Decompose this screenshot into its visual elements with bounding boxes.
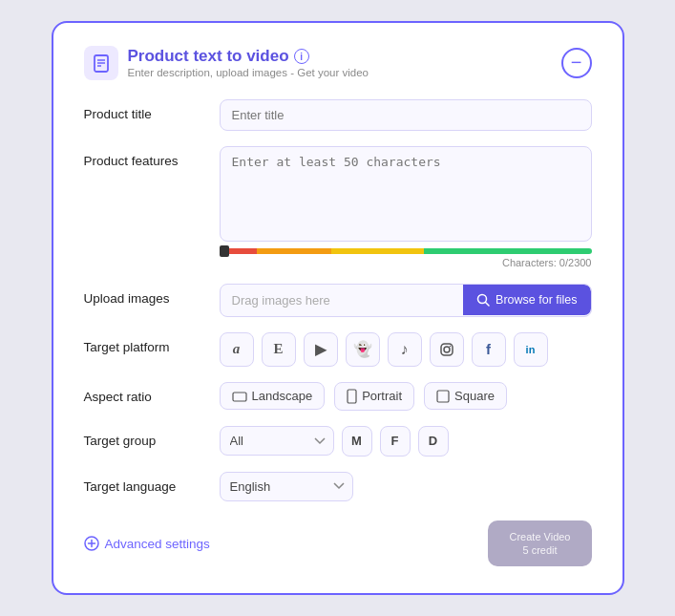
info-icon[interactable]: i	[294, 49, 309, 64]
aspect-landscape-label: Landscape	[252, 389, 313, 403]
product-features-input[interactable]	[220, 146, 592, 242]
product-title-input[interactable]	[220, 99, 592, 131]
svg-point-7	[444, 347, 450, 352]
platform-snapchat[interactable]: 👻	[346, 332, 380, 367]
aspect-portrait-button[interactable]: Portrait	[334, 382, 414, 411]
plus-circle-icon	[84, 536, 99, 551]
svg-point-8	[449, 345, 451, 347]
upload-images-row: Upload images Drag images here Browse fo…	[84, 284, 592, 317]
progress-track	[220, 248, 592, 254]
platform-tiktok[interactable]: ♪	[388, 332, 422, 367]
browse-files-button[interactable]: Browse for files	[463, 285, 590, 315]
target-platform-row: Target platform a E ▶ 👻 ♪ f in	[84, 332, 592, 367]
landscape-icon	[232, 391, 247, 402]
gender-d-button[interactable]: D	[418, 426, 449, 457]
aspect-ratio-options: Landscape Portrait Square	[220, 382, 592, 411]
target-group-label: Target group	[84, 426, 208, 448]
platform-facebook[interactable]: f	[472, 332, 506, 367]
advanced-settings-label: Advanced settings	[105, 537, 210, 551]
create-video-credit: 5 credit	[509, 543, 570, 557]
product-features-row: Product features Characters: 0/2300	[84, 146, 592, 268]
footer-row: Advanced settings Create Video 5 credit	[84, 520, 592, 567]
aspect-square-button[interactable]: Square	[424, 382, 507, 410]
header-title: Product text to video i	[128, 47, 369, 66]
portrait-icon	[347, 389, 357, 404]
header-subtitle: Enter description, upload images - Get y…	[128, 67, 369, 78]
advanced-settings-button[interactable]: Advanced settings	[84, 536, 210, 551]
target-language-row: Target language English Spanish French G…	[84, 472, 592, 501]
target-group-wrap: All 18-24 25-34 35-44 45+ M F D	[220, 426, 592, 457]
svg-rect-10	[348, 390, 356, 403]
progress-thumb	[220, 245, 229, 257]
target-language-wrap: English Spanish French German Chinese	[220, 472, 592, 501]
upload-area[interactable]: Drag images here Browse for files	[220, 284, 592, 317]
aspect-ratio-wrap: Landscape Portrait Square	[220, 382, 592, 411]
product-title-wrap	[220, 99, 592, 131]
platform-linkedin[interactable]: in	[514, 332, 548, 367]
aspect-ratio-label: Aspect ratio	[84, 382, 208, 404]
char-counter-bar: Characters: 0/2300	[220, 248, 592, 268]
header-title-block: Product text to video i Enter descriptio…	[128, 47, 369, 78]
target-language-select[interactable]: English Spanish French German Chinese	[220, 472, 353, 501]
doc-icon	[84, 46, 118, 80]
svg-rect-11	[437, 391, 449, 402]
aspect-portrait-label: Portrait	[362, 389, 402, 403]
svg-line-5	[486, 303, 490, 307]
svg-rect-6	[441, 344, 453, 355]
platform-etsy[interactable]: E	[262, 332, 296, 367]
platform-amazon[interactable]: a	[220, 332, 254, 367]
create-video-button[interactable]: Create Video 5 credit	[488, 520, 591, 567]
search-icon	[476, 293, 490, 307]
browse-label: Browse for files	[496, 293, 577, 307]
aspect-square-label: Square	[454, 389, 495, 403]
create-video-label: Create Video	[509, 530, 570, 543]
target-language-label: Target language	[84, 472, 208, 494]
product-title-row: Product title	[84, 99, 592, 131]
platform-instagram[interactable]	[430, 332, 464, 367]
target-group-controls: All 18-24 25-34 35-44 45+ M F D	[220, 426, 592, 457]
gender-f-button[interactable]: F	[380, 426, 411, 457]
upload-placeholder: Drag images here	[221, 285, 464, 316]
product-features-wrap: Characters: 0/2300	[220, 146, 592, 268]
upload-images-label: Upload images	[84, 284, 208, 306]
square-icon	[436, 390, 450, 403]
target-platform-label: Target platform	[84, 332, 208, 354]
char-count-label: Characters: 0/2300	[220, 257, 592, 268]
header-left: Product text to video i Enter descriptio…	[84, 46, 369, 80]
target-platform-wrap: a E ▶ 👻 ♪ f in	[220, 332, 592, 367]
main-card: Product text to video i Enter descriptio…	[52, 21, 624, 596]
header-title-text: Product text to video	[128, 47, 289, 66]
upload-images-wrap: Drag images here Browse for files	[220, 284, 592, 317]
platform-youtube[interactable]: ▶	[304, 332, 338, 367]
target-group-select[interactable]: All 18-24 25-34 35-44 45+	[220, 426, 334, 456]
platform-icons-group: a E ▶ 👻 ♪ f in	[220, 332, 592, 367]
target-group-row: Target group All 18-24 25-34 35-44 45+ M…	[84, 426, 592, 457]
header: Product text to video i Enter descriptio…	[84, 46, 592, 80]
aspect-ratio-row: Aspect ratio Landscape Portrait Square	[84, 382, 592, 411]
collapse-button[interactable]: −	[561, 48, 592, 78]
product-title-label: Product title	[84, 99, 208, 121]
product-features-label: Product features	[84, 146, 208, 168]
gender-m-button[interactable]: M	[342, 426, 372, 457]
svg-rect-9	[233, 393, 246, 401]
aspect-landscape-button[interactable]: Landscape	[220, 382, 326, 410]
